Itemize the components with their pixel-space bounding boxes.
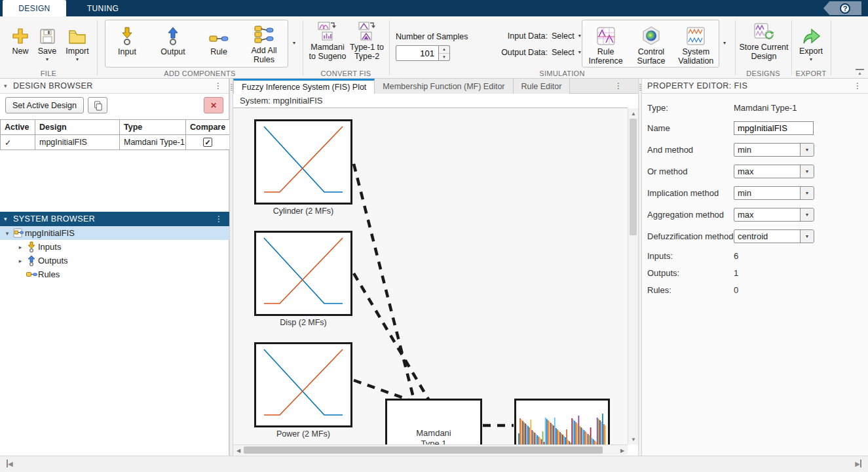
design-browser-collapse-icon[interactable]: ▾ xyxy=(4,83,13,89)
input-node-disp[interactable] xyxy=(254,231,352,316)
aggregation-method-select[interactable]: max▼ xyxy=(734,208,814,222)
tab-rule-editor-label: Rule Editor xyxy=(521,82,562,91)
tree-expand-icon[interactable]: ▸ xyxy=(16,244,25,250)
defuzzification-method-select[interactable]: centroid▼ xyxy=(734,229,814,243)
export-button[interactable]: Export ▾ xyxy=(794,20,828,62)
implication-method-select[interactable]: min▼ xyxy=(734,186,814,200)
add-all-rules-button[interactable]: Add All Rules xyxy=(240,20,288,67)
control-surface-icon xyxy=(641,24,661,46)
inputs-count-value: 6 xyxy=(734,251,738,261)
inference-engine-node[interactable]: Mamdani Type 1 xyxy=(385,399,482,444)
tab-tuning[interactable]: TUNING xyxy=(66,0,140,16)
tree-expand-icon[interactable]: ▾ xyxy=(3,230,12,237)
rule-inference-button[interactable]: Rule Inference xyxy=(582,20,629,67)
property-row-or-method: Or method max▼ xyxy=(647,161,868,182)
store-current-design-button[interactable]: Store Current Design xyxy=(738,20,790,61)
vertical-scroll-thumb[interactable] xyxy=(630,119,637,235)
tab-fis-plot[interactable]: Fuzzy Inference System (FIS) Plot xyxy=(233,79,375,94)
help-button[interactable]: ? xyxy=(823,1,861,15)
input-data-select[interactable]: Select xyxy=(552,31,575,41)
copy-design-button[interactable] xyxy=(88,97,107,113)
document-menu-icon[interactable]: ⋮ xyxy=(612,81,625,90)
property-row-defuzzification-method: Defuzzification method centroid▼ xyxy=(647,226,868,247)
import-button[interactable]: Import ▾ xyxy=(62,20,93,62)
add-output-button[interactable]: Output xyxy=(149,20,197,67)
system-browser-collapse-icon[interactable]: ▾ xyxy=(4,216,13,222)
output-data-dropdown-icon[interactable]: ▾ xyxy=(578,50,581,55)
add-input-button[interactable]: Input xyxy=(105,20,149,67)
tree-item-rules[interactable]: Rules xyxy=(0,267,229,281)
add-components-dropdown-icon[interactable]: ▾ xyxy=(293,40,295,46)
save-button[interactable]: Save ▾ xyxy=(34,20,60,62)
add-rule-button[interactable]: Rule xyxy=(197,20,240,67)
output-data-select[interactable]: Select xyxy=(552,48,575,57)
chevron-down-icon[interactable]: ▼ xyxy=(800,208,814,221)
spinner-buttons[interactable]: ▲ ▼ xyxy=(439,45,450,61)
horizontal-scroll-thumb[interactable] xyxy=(244,446,603,454)
col-header-design: Design xyxy=(35,120,120,135)
input-node-cylinder[interactable] xyxy=(254,119,352,205)
export-dropdown-icon[interactable]: ▾ xyxy=(810,57,812,62)
number-of-samples-input[interactable] xyxy=(396,45,439,61)
and-method-select[interactable]: min▼ xyxy=(734,143,814,157)
tree-item-outputs[interactable]: ▸ Outputs xyxy=(0,254,229,267)
left-panel: ▾ DESIGN BROWSER ⋮ Set Active Design ✕ A… xyxy=(0,79,229,456)
save-dropdown-icon[interactable]: ▾ xyxy=(46,57,48,62)
add-all-rules-label: Add All Rules xyxy=(240,46,288,64)
simulation-plots-dropdown-icon[interactable]: ▾ xyxy=(723,40,726,46)
chevron-down-icon[interactable]: ▼ xyxy=(800,165,814,178)
number-of-samples-spinner[interactable]: ▲ ▼ xyxy=(396,45,450,61)
scroll-down-icon[interactable]: ▼ xyxy=(628,434,639,444)
scroll-left-icon[interactable]: ◀ xyxy=(233,445,244,456)
spinner-down-icon[interactable]: ▼ xyxy=(439,54,449,61)
output-node[interactable] xyxy=(514,399,610,444)
design-browser-menu-icon[interactable]: ⋮ xyxy=(212,81,225,90)
new-button[interactable]: New xyxy=(8,20,33,56)
type1-to-type2-button[interactable]: Type-1 to Type-2 xyxy=(349,20,385,61)
property-row-rules: Rules: 0 xyxy=(647,281,868,298)
chevron-down-icon[interactable]: ▼ xyxy=(800,144,814,156)
tree-item-inputs[interactable]: ▸ Inputs xyxy=(0,240,229,254)
system-browser-menu-icon[interactable]: ⋮ xyxy=(212,214,225,224)
collapse-right-panel-icon[interactable]: ▶ xyxy=(855,460,861,467)
save-icon xyxy=(39,20,56,45)
table-row[interactable]: ✓ mpgInitialFIS Mamdani Type-1 ✓ xyxy=(1,135,230,150)
input-node-power[interactable] xyxy=(254,342,352,427)
collapse-left-panel-icon[interactable]: ◀ xyxy=(7,460,13,467)
property-editor-header: PROPERTY EDITOR: FIS ⋮ xyxy=(642,79,868,94)
property-row-implication-method: Implication method min▼ xyxy=(647,182,868,204)
delete-icon: ✕ xyxy=(210,101,217,110)
property-row-outputs: Outputs: 1 xyxy=(647,264,868,281)
property-row-inputs: Inputs: 6 xyxy=(647,247,868,264)
input-icon xyxy=(120,24,134,46)
system-browser-tree: ▾ mpgInitialFIS ▸ Inputs ▸ Outputs xyxy=(0,226,229,281)
chevron-down-icon[interactable]: ▼ xyxy=(800,230,814,243)
tree-item-fis-root[interactable]: ▾ mpgInitialFIS xyxy=(0,226,229,240)
mamdani-to-sugeno-button[interactable]: Mamdani to Sugeno xyxy=(308,20,347,61)
scroll-right-icon[interactable]: ▶ xyxy=(617,445,628,456)
horizontal-scrollbar[interactable]: ◀ ▶ xyxy=(233,444,628,455)
collapse-ribbon-icon[interactable]: ▲ xyxy=(856,69,864,76)
tab-mf-editor[interactable]: Membership Function (MF) Editor xyxy=(375,79,513,94)
spinner-up-icon[interactable]: ▲ xyxy=(439,46,449,54)
or-method-select[interactable]: max▼ xyxy=(734,165,814,178)
tab-tuning-label: TUNING xyxy=(87,4,119,13)
fis-icon xyxy=(12,228,25,238)
input-data-dropdown-icon[interactable]: ▾ xyxy=(578,33,581,39)
mf-plot-disp xyxy=(256,233,350,314)
scroll-up-icon[interactable]: ▲ xyxy=(628,108,639,119)
system-validation-button[interactable]: System Validation xyxy=(673,20,719,67)
control-surface-button[interactable]: Control Surface xyxy=(629,20,673,67)
tab-design[interactable]: DESIGN xyxy=(3,0,66,16)
vertical-scrollbar[interactable]: ▲ ▼ xyxy=(628,108,638,444)
name-field[interactable] xyxy=(734,121,814,135)
tree-expand-icon[interactable]: ▸ xyxy=(16,258,25,264)
fis-plot-canvas[interactable]: Cylinder (2 MFs) Disp (2 MFs) Power (2 M… xyxy=(233,108,628,444)
import-dropdown-icon[interactable]: ▾ xyxy=(76,57,79,62)
delete-design-button[interactable]: ✕ xyxy=(204,97,223,113)
compare-checkbox[interactable]: ✓ xyxy=(203,138,212,147)
property-editor-menu-icon[interactable]: ⋮ xyxy=(851,81,864,90)
tab-rule-editor[interactable]: Rule Editor xyxy=(514,79,571,94)
set-active-design-button[interactable]: Set Active Design xyxy=(5,97,84,113)
chevron-down-icon[interactable]: ▼ xyxy=(800,187,814,199)
